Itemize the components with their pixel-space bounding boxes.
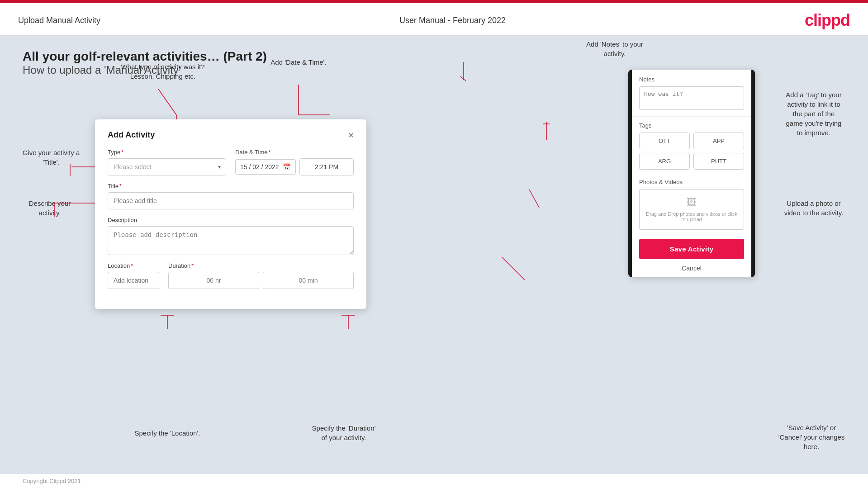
date-time-group: Date & Time* 15 / 02 / 2022 📅 bbox=[235, 149, 354, 175]
photos-label: Photos & Videos bbox=[639, 179, 744, 185]
title-label: Title* bbox=[108, 183, 354, 190]
logo: clippd bbox=[805, 11, 850, 30]
modal-title: Add Activity bbox=[108, 130, 155, 140]
save-activity-button[interactable]: Save Activity bbox=[639, 239, 744, 259]
duration-hours-input[interactable] bbox=[168, 272, 259, 289]
duration-group: Duration* bbox=[168, 262, 354, 289]
location-input[interactable] bbox=[108, 272, 159, 289]
date-time-label: Date & Time* bbox=[235, 149, 354, 156]
copyright: Copyright Clippd 2021 bbox=[23, 478, 81, 484]
type-group: Type* Please select ▾ bbox=[108, 149, 226, 175]
page-title: Upload Manual Activity bbox=[18, 16, 100, 25]
main-content: All your golf-relevant activities… (Part… bbox=[0, 36, 868, 474]
duration-label: Duration* bbox=[168, 262, 354, 269]
calendar-icon: 📅 bbox=[283, 163, 290, 171]
description-label: Description bbox=[108, 217, 354, 223]
notes-input[interactable] bbox=[639, 86, 744, 110]
time-input[interactable] bbox=[299, 158, 354, 175]
upload-icon: 🖼 bbox=[644, 197, 739, 208]
phone-panel: Notes Tags OTT APP ARG PUTT Photos & Vid… bbox=[628, 70, 755, 277]
annotation-tags: Add a 'Tag' to your activity to link it … bbox=[764, 90, 863, 137]
svg-line-13 bbox=[460, 76, 466, 81]
notes-section: Notes bbox=[632, 70, 751, 117]
notes-section-label: Notes bbox=[639, 76, 744, 83]
tags-grid: OTT APP ARG PUTT bbox=[639, 133, 744, 170]
annotation-notes: Add 'Notes' to your activity. bbox=[569, 39, 660, 58]
date-time-inputs: 15 / 02 / 2022 📅 bbox=[235, 158, 354, 175]
modal-header: Add Activity × bbox=[108, 130, 354, 140]
svg-line-17 bbox=[502, 257, 525, 280]
add-activity-modal: Add Activity × Type* Please select ▾ bbox=[95, 119, 366, 309]
annotation-location: Specify the 'Location'. bbox=[127, 428, 208, 438]
type-label: Type* bbox=[108, 149, 226, 156]
cancel-link[interactable]: Cancel bbox=[632, 263, 751, 277]
svg-line-16 bbox=[529, 190, 539, 208]
annotation-describe: Describe your activity. bbox=[16, 199, 84, 218]
date-input[interactable]: 15 / 02 / 2022 📅 bbox=[235, 159, 296, 175]
location-label: Location* bbox=[108, 262, 159, 269]
location-group: Location* bbox=[108, 262, 159, 289]
form-row-location-duration: Location* Duration* bbox=[108, 262, 354, 289]
photos-section: Photos & Videos 🖼 Drag and Drop photos a… bbox=[632, 174, 751, 235]
annotation-upload: Upload a photo or video to the activity. bbox=[764, 199, 863, 218]
description-input[interactable] bbox=[108, 226, 354, 255]
annotation-type: What type of activity was it? Lesson, Ch… bbox=[118, 62, 208, 81]
description-group: Description bbox=[108, 217, 354, 255]
tags-label: Tags bbox=[639, 122, 744, 129]
footer: Copyright Clippd 2021 bbox=[0, 474, 868, 488]
annotation-save-cancel: 'Save Activity' or 'Cancel' your changes… bbox=[759, 423, 863, 451]
tag-app[interactable]: APP bbox=[693, 133, 744, 149]
annotation-title: Give your activity a 'Title'. bbox=[13, 148, 90, 167]
header-subtitle: User Manual - February 2022 bbox=[399, 16, 506, 25]
title-group: Title* bbox=[108, 183, 354, 209]
upload-text: Drag and Drop photos and videos or click… bbox=[644, 211, 739, 222]
upload-area[interactable]: 🖼 Drag and Drop photos and videos or cli… bbox=[639, 189, 744, 230]
duration-minutes-input[interactable] bbox=[263, 272, 354, 289]
type-select[interactable]: Please select bbox=[108, 158, 226, 175]
annotation-duration: Specify the 'Duration' of your activity. bbox=[299, 423, 389, 442]
header: Upload Manual Activity User Manual - Feb… bbox=[0, 3, 868, 36]
type-select-wrapper: Please select ▾ bbox=[108, 158, 226, 175]
form-row-type-date: Type* Please select ▾ Date & Time* bbox=[108, 149, 354, 175]
duration-inputs bbox=[168, 272, 354, 289]
modal-container: Add Activity × Type* Please select ▾ bbox=[95, 83, 366, 309]
tag-arg[interactable]: ARG bbox=[639, 153, 690, 170]
annotation-date: Add 'Date & Time'. bbox=[258, 57, 339, 67]
title-input[interactable] bbox=[108, 192, 354, 209]
tag-ott[interactable]: OTT bbox=[639, 133, 690, 149]
modal-close-button[interactable]: × bbox=[348, 131, 354, 140]
tag-putt[interactable]: PUTT bbox=[693, 153, 744, 170]
tags-section: Tags OTT APP ARG PUTT bbox=[632, 117, 751, 174]
